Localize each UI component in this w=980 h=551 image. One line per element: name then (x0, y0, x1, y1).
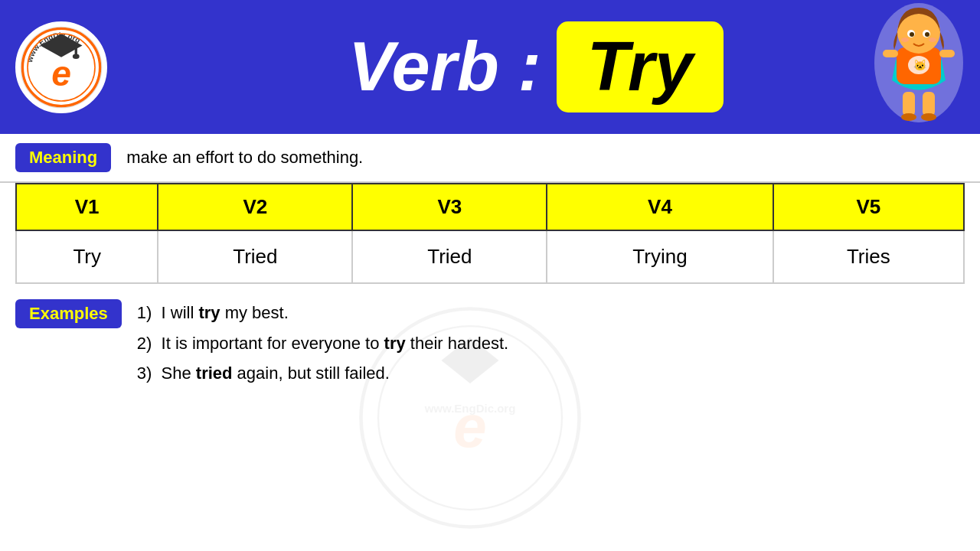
svg-text:e: e (454, 392, 487, 459)
verb-table: V1 V2 V3 V4 V5 Try Tried Tried Trying Tr… (15, 183, 965, 284)
meaning-text: make an effort to do something. (126, 148, 363, 168)
col-v3: V3 (352, 184, 547, 230)
svg-rect-17 (939, 50, 955, 57)
svg-marker-30 (442, 337, 499, 383)
table-row: Try Tried Tried Trying Tries (16, 230, 964, 283)
svg-rect-10 (923, 92, 935, 116)
example-1-bold: try (198, 303, 220, 322)
example-1-number: 1) (137, 303, 157, 322)
col-v4: V4 (547, 184, 773, 230)
svg-point-11 (901, 113, 916, 121)
svg-rect-16 (883, 50, 898, 57)
svg-point-22 (910, 32, 914, 37)
val-v3: Tried (352, 230, 547, 283)
svg-point-5 (73, 54, 80, 59)
meaning-badge: Meaning (15, 143, 111, 172)
val-v4: Trying (547, 230, 773, 283)
svg-point-23 (925, 32, 929, 37)
meaning-row: Meaning make an effort to do something. (0, 134, 980, 183)
example-1-before: I will (162, 303, 199, 322)
svg-point-12 (921, 113, 936, 121)
col-v2: V2 (158, 184, 352, 230)
logo: www.EngDic.org e (15, 21, 107, 113)
svg-rect-9 (903, 92, 915, 116)
example-3-before: She (162, 364, 196, 383)
svg-text:e: e (51, 54, 71, 93)
verb-label: Verb : (348, 28, 541, 106)
example-1-after: my best. (220, 303, 289, 322)
examples-section: www.EngDic.org e Examples 1) I will try … (0, 284, 980, 551)
examples-badge: Examples (15, 299, 122, 328)
header: www.EngDic.org e Verb : Try (0, 0, 980, 134)
col-v1: V1 (16, 184, 158, 230)
val-v5: Tries (773, 230, 964, 283)
verb-word: Try (587, 28, 693, 106)
val-v1: Try (16, 230, 158, 283)
example-3-number: 3) (137, 364, 157, 383)
svg-text:🐱: 🐱 (913, 59, 927, 72)
example-3-bold: tried (196, 364, 233, 383)
table-section: V1 V2 V3 V4 V5 Try Tried Tried Trying Tr… (0, 183, 980, 284)
header-title: Verb : Try (107, 21, 965, 112)
col-v5: V5 (773, 184, 964, 230)
page-wrapper: www.EngDic.org e Verb : Try (0, 0, 980, 551)
example-2-before: It is important for everyone to (162, 334, 384, 353)
svg-point-24 (901, 37, 909, 42)
svg-point-25 (929, 37, 936, 42)
verb-badge: Try (557, 21, 724, 112)
val-v2: Tried (158, 230, 352, 283)
character-image: 🐱 (865, 0, 972, 126)
example-2-number: 2) (137, 334, 157, 353)
table-header-row: V1 V2 V3 V4 V5 (16, 184, 964, 230)
